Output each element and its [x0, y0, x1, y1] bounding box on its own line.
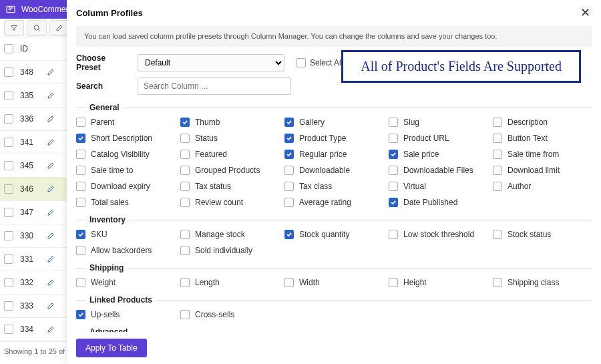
column-option[interactable]: Stock quantity — [284, 230, 383, 239]
option-checkbox[interactable] — [284, 118, 294, 127]
row-checkbox[interactable] — [4, 114, 13, 124]
column-option[interactable]: Downloadable — [284, 166, 383, 175]
row-checkbox[interactable] — [4, 325, 13, 334]
column-option[interactable]: Tax status — [180, 182, 279, 191]
select-all-option[interactable]: Select All — [296, 58, 343, 67]
option-checkbox[interactable] — [180, 150, 190, 159]
option-checkbox[interactable] — [284, 166, 294, 175]
row-checkbox[interactable] — [4, 208, 13, 217]
option-checkbox[interactable] — [76, 134, 85, 143]
option-checkbox[interactable] — [493, 134, 502, 143]
option-checkbox[interactable] — [76, 198, 85, 207]
option-checkbox[interactable] — [389, 166, 398, 175]
option-checkbox[interactable] — [389, 198, 398, 207]
column-option[interactable]: Grouped Products — [180, 166, 279, 175]
option-checkbox[interactable] — [493, 182, 502, 191]
option-checkbox[interactable] — [284, 134, 294, 143]
column-option[interactable]: Weight — [76, 278, 175, 287]
filter-button[interactable] — [4, 20, 24, 36]
column-option[interactable]: SKU — [76, 230, 175, 239]
option-checkbox[interactable] — [76, 230, 85, 239]
option-checkbox[interactable] — [493, 278, 502, 287]
edit-icon[interactable] — [47, 92, 55, 100]
column-option[interactable]: Stock status — [493, 230, 592, 239]
column-option[interactable]: Height — [389, 278, 487, 287]
edit-icon[interactable] — [47, 138, 55, 146]
column-option[interactable]: Slug — [389, 118, 487, 127]
column-option[interactable]: Total sales — [76, 198, 175, 207]
column-option[interactable]: Author — [493, 182, 592, 191]
row-checkbox[interactable] — [4, 91, 13, 100]
option-checkbox[interactable] — [389, 182, 398, 191]
option-checkbox[interactable] — [76, 246, 85, 255]
column-option[interactable]: Download limit — [493, 166, 592, 175]
option-checkbox[interactable] — [284, 278, 294, 287]
row-checkbox[interactable] — [4, 301, 13, 311]
column-option[interactable]: Regular price — [284, 150, 383, 159]
column-option[interactable]: Virtual — [389, 182, 487, 191]
column-option[interactable]: Featured — [180, 150, 279, 159]
column-option[interactable]: Sold individually — [180, 246, 279, 255]
close-icon[interactable]: ✕ — [578, 5, 592, 20]
column-option[interactable]: Download expiry — [76, 182, 175, 191]
edit-icon[interactable] — [47, 68, 55, 76]
edit-icon[interactable] — [47, 302, 55, 310]
column-option[interactable]: Low stock threshold — [389, 230, 487, 239]
option-checkbox[interactable] — [180, 310, 190, 319]
column-option[interactable]: Allow backorders — [76, 246, 175, 255]
column-option[interactable]: Tax class — [284, 182, 383, 191]
select-all-checkbox[interactable] — [296, 58, 306, 67]
option-checkbox[interactable] — [180, 246, 190, 255]
edit-icon[interactable] — [47, 232, 55, 240]
column-option[interactable]: Sale price — [389, 150, 487, 159]
row-checkbox[interactable] — [4, 184, 13, 194]
option-checkbox[interactable] — [180, 198, 190, 207]
column-option[interactable]: Product Type — [284, 134, 383, 143]
column-option[interactable]: Cross-sells — [180, 310, 279, 319]
option-checkbox[interactable] — [493, 118, 502, 127]
option-checkbox[interactable] — [389, 230, 398, 239]
option-checkbox[interactable] — [493, 230, 502, 239]
column-option[interactable]: Button Text — [493, 134, 592, 143]
edit-icon[interactable] — [47, 325, 55, 333]
row-checkbox[interactable] — [4, 254, 13, 264]
apply-button[interactable]: Apply To Table — [76, 339, 147, 357]
option-checkbox[interactable] — [493, 166, 502, 175]
column-option[interactable]: Downloadable Files — [389, 166, 487, 175]
column-option[interactable]: Review count — [180, 198, 279, 207]
column-option[interactable]: Gallery — [284, 118, 383, 127]
column-option[interactable]: Short Description — [76, 134, 175, 143]
column-option[interactable]: Sale time to — [76, 166, 175, 175]
column-option[interactable]: Manage stock — [180, 230, 279, 239]
option-checkbox[interactable] — [389, 134, 398, 143]
option-checkbox[interactable] — [180, 182, 190, 191]
column-option[interactable]: Shipping class — [493, 278, 592, 287]
search-button[interactable] — [27, 20, 47, 36]
row-checkbox[interactable] — [4, 67, 13, 77]
row-checkbox[interactable] — [4, 278, 13, 287]
edit-icon[interactable] — [47, 208, 55, 216]
column-option[interactable]: Catalog Visibility — [76, 150, 175, 159]
row-checkbox[interactable] — [4, 161, 13, 170]
edit-icon[interactable] — [47, 279, 55, 287]
preset-select[interactable]: Default — [138, 54, 284, 71]
option-checkbox[interactable] — [180, 134, 190, 143]
edit-icon[interactable] — [47, 185, 55, 193]
option-checkbox[interactable] — [284, 198, 294, 207]
option-checkbox[interactable] — [76, 278, 85, 287]
column-option[interactable]: Up-sells — [76, 310, 175, 319]
option-checkbox[interactable] — [180, 118, 190, 127]
option-checkbox[interactable] — [180, 166, 190, 175]
row-checkbox[interactable] — [4, 231, 13, 240]
edit-icon[interactable] — [47, 115, 55, 123]
option-checkbox[interactable] — [76, 310, 85, 319]
edit-icon[interactable] — [47, 162, 55, 170]
edit-icon[interactable] — [47, 255, 55, 263]
option-checkbox[interactable] — [76, 182, 85, 191]
option-checkbox[interactable] — [389, 150, 398, 159]
column-option[interactable]: Length — [180, 278, 279, 287]
option-checkbox[interactable] — [284, 182, 294, 191]
select-all-checkbox[interactable] — [4, 44, 13, 53]
option-checkbox[interactable] — [284, 230, 294, 239]
column-option[interactable]: Sale time from — [493, 150, 592, 159]
